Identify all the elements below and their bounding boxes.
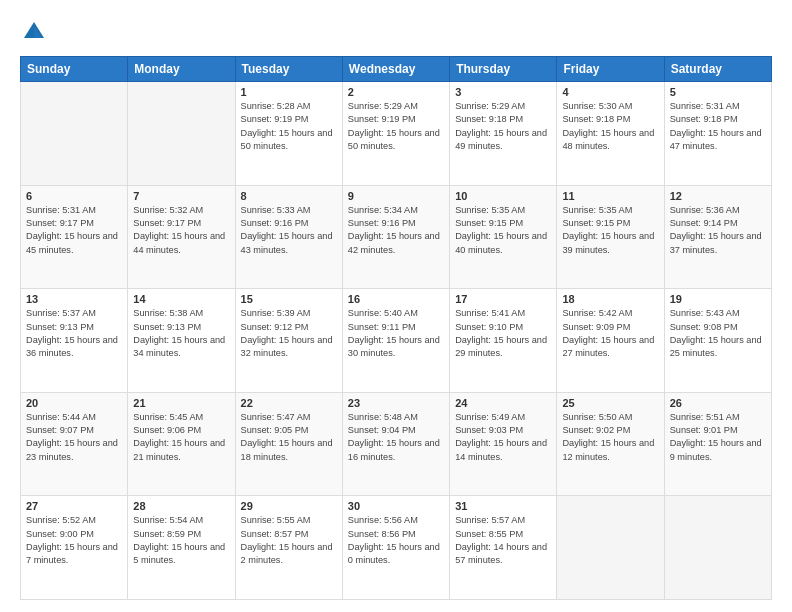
day-number: 12 [670,190,766,202]
calendar-cell-2-6: 11Sunrise: 5:35 AMSunset: 9:15 PMDayligh… [557,185,664,289]
day-number: 21 [133,397,229,409]
day-info: Sunrise: 5:39 AMSunset: 9:12 PMDaylight:… [241,307,337,360]
day-info: Sunrise: 5:35 AMSunset: 9:15 PMDaylight:… [562,204,658,257]
day-info: Sunrise: 5:44 AMSunset: 9:07 PMDaylight:… [26,411,122,464]
day-number: 5 [670,86,766,98]
day-info: Sunrise: 5:56 AMSunset: 8:56 PMDaylight:… [348,514,444,567]
day-number: 29 [241,500,337,512]
day-number: 16 [348,293,444,305]
day-number: 20 [26,397,122,409]
day-number: 24 [455,397,551,409]
calendar-cell-2-2: 7Sunrise: 5:32 AMSunset: 9:17 PMDaylight… [128,185,235,289]
calendar-header-row: SundayMondayTuesdayWednesdayThursdayFrid… [21,57,772,82]
calendar-cell-4-7: 26Sunrise: 5:51 AMSunset: 9:01 PMDayligh… [664,392,771,496]
day-number: 19 [670,293,766,305]
day-info: Sunrise: 5:34 AMSunset: 9:16 PMDaylight:… [348,204,444,257]
day-info: Sunrise: 5:51 AMSunset: 9:01 PMDaylight:… [670,411,766,464]
calendar-cell-1-1 [21,82,128,186]
calendar-cell-3-1: 13Sunrise: 5:37 AMSunset: 9:13 PMDayligh… [21,289,128,393]
page: SundayMondayTuesdayWednesdayThursdayFrid… [0,0,792,612]
day-info: Sunrise: 5:35 AMSunset: 9:15 PMDaylight:… [455,204,551,257]
day-number: 14 [133,293,229,305]
day-info: Sunrise: 5:41 AMSunset: 9:10 PMDaylight:… [455,307,551,360]
day-number: 30 [348,500,444,512]
calendar-cell-3-7: 19Sunrise: 5:43 AMSunset: 9:08 PMDayligh… [664,289,771,393]
day-number: 25 [562,397,658,409]
day-info: Sunrise: 5:50 AMSunset: 9:02 PMDaylight:… [562,411,658,464]
calendar-cell-4-3: 22Sunrise: 5:47 AMSunset: 9:05 PMDayligh… [235,392,342,496]
day-number: 3 [455,86,551,98]
calendar-week-5: 27Sunrise: 5:52 AMSunset: 9:00 PMDayligh… [21,496,772,600]
calendar-cell-4-2: 21Sunrise: 5:45 AMSunset: 9:06 PMDayligh… [128,392,235,496]
calendar-week-4: 20Sunrise: 5:44 AMSunset: 9:07 PMDayligh… [21,392,772,496]
calendar-cell-5-4: 30Sunrise: 5:56 AMSunset: 8:56 PMDayligh… [342,496,449,600]
calendar-cell-3-5: 17Sunrise: 5:41 AMSunset: 9:10 PMDayligh… [450,289,557,393]
calendar-cell-2-1: 6Sunrise: 5:31 AMSunset: 9:17 PMDaylight… [21,185,128,289]
calendar-weekday-thursday: Thursday [450,57,557,82]
logo [20,18,52,46]
day-info: Sunrise: 5:45 AMSunset: 9:06 PMDaylight:… [133,411,229,464]
day-info: Sunrise: 5:29 AMSunset: 9:19 PMDaylight:… [348,100,444,153]
day-number: 10 [455,190,551,202]
calendar-weekday-wednesday: Wednesday [342,57,449,82]
calendar-weekday-monday: Monday [128,57,235,82]
day-info: Sunrise: 5:55 AMSunset: 8:57 PMDaylight:… [241,514,337,567]
day-info: Sunrise: 5:48 AMSunset: 9:04 PMDaylight:… [348,411,444,464]
day-number: 7 [133,190,229,202]
calendar-cell-5-7 [664,496,771,600]
calendar-cell-4-5: 24Sunrise: 5:49 AMSunset: 9:03 PMDayligh… [450,392,557,496]
day-info: Sunrise: 5:38 AMSunset: 9:13 PMDaylight:… [133,307,229,360]
day-number: 1 [241,86,337,98]
logo-icon [20,18,48,46]
calendar-weekday-friday: Friday [557,57,664,82]
calendar-cell-5-3: 29Sunrise: 5:55 AMSunset: 8:57 PMDayligh… [235,496,342,600]
day-info: Sunrise: 5:42 AMSunset: 9:09 PMDaylight:… [562,307,658,360]
calendar-cell-1-4: 2Sunrise: 5:29 AMSunset: 9:19 PMDaylight… [342,82,449,186]
calendar-cell-3-6: 18Sunrise: 5:42 AMSunset: 9:09 PMDayligh… [557,289,664,393]
day-number: 4 [562,86,658,98]
day-number: 26 [670,397,766,409]
day-info: Sunrise: 5:47 AMSunset: 9:05 PMDaylight:… [241,411,337,464]
day-info: Sunrise: 5:33 AMSunset: 9:16 PMDaylight:… [241,204,337,257]
day-info: Sunrise: 5:57 AMSunset: 8:55 PMDaylight:… [455,514,551,567]
calendar-cell-1-6: 4Sunrise: 5:30 AMSunset: 9:18 PMDaylight… [557,82,664,186]
day-info: Sunrise: 5:49 AMSunset: 9:03 PMDaylight:… [455,411,551,464]
day-number: 8 [241,190,337,202]
calendar-cell-3-3: 15Sunrise: 5:39 AMSunset: 9:12 PMDayligh… [235,289,342,393]
calendar-cell-1-7: 5Sunrise: 5:31 AMSunset: 9:18 PMDaylight… [664,82,771,186]
calendar-cell-1-3: 1Sunrise: 5:28 AMSunset: 9:19 PMDaylight… [235,82,342,186]
day-info: Sunrise: 5:31 AMSunset: 9:17 PMDaylight:… [26,204,122,257]
calendar-weekday-tuesday: Tuesday [235,57,342,82]
calendar-weekday-saturday: Saturday [664,57,771,82]
day-info: Sunrise: 5:54 AMSunset: 8:59 PMDaylight:… [133,514,229,567]
day-number: 28 [133,500,229,512]
calendar-cell-3-2: 14Sunrise: 5:38 AMSunset: 9:13 PMDayligh… [128,289,235,393]
day-number: 6 [26,190,122,202]
day-number: 9 [348,190,444,202]
day-number: 15 [241,293,337,305]
day-info: Sunrise: 5:32 AMSunset: 9:17 PMDaylight:… [133,204,229,257]
calendar-weekday-sunday: Sunday [21,57,128,82]
day-info: Sunrise: 5:40 AMSunset: 9:11 PMDaylight:… [348,307,444,360]
day-number: 11 [562,190,658,202]
day-info: Sunrise: 5:52 AMSunset: 9:00 PMDaylight:… [26,514,122,567]
day-number: 31 [455,500,551,512]
day-number: 27 [26,500,122,512]
day-number: 13 [26,293,122,305]
day-info: Sunrise: 5:37 AMSunset: 9:13 PMDaylight:… [26,307,122,360]
calendar-table: SundayMondayTuesdayWednesdayThursdayFrid… [20,56,772,600]
calendar-week-2: 6Sunrise: 5:31 AMSunset: 9:17 PMDaylight… [21,185,772,289]
calendar-cell-3-4: 16Sunrise: 5:40 AMSunset: 9:11 PMDayligh… [342,289,449,393]
calendar-week-3: 13Sunrise: 5:37 AMSunset: 9:13 PMDayligh… [21,289,772,393]
day-info: Sunrise: 5:29 AMSunset: 9:18 PMDaylight:… [455,100,551,153]
calendar-cell-5-6 [557,496,664,600]
calendar-cell-1-5: 3Sunrise: 5:29 AMSunset: 9:18 PMDaylight… [450,82,557,186]
day-info: Sunrise: 5:28 AMSunset: 9:19 PMDaylight:… [241,100,337,153]
calendar-cell-5-5: 31Sunrise: 5:57 AMSunset: 8:55 PMDayligh… [450,496,557,600]
calendar-cell-4-6: 25Sunrise: 5:50 AMSunset: 9:02 PMDayligh… [557,392,664,496]
day-info: Sunrise: 5:43 AMSunset: 9:08 PMDaylight:… [670,307,766,360]
day-number: 18 [562,293,658,305]
day-info: Sunrise: 5:30 AMSunset: 9:18 PMDaylight:… [562,100,658,153]
day-number: 17 [455,293,551,305]
calendar-cell-2-3: 8Sunrise: 5:33 AMSunset: 9:16 PMDaylight… [235,185,342,289]
